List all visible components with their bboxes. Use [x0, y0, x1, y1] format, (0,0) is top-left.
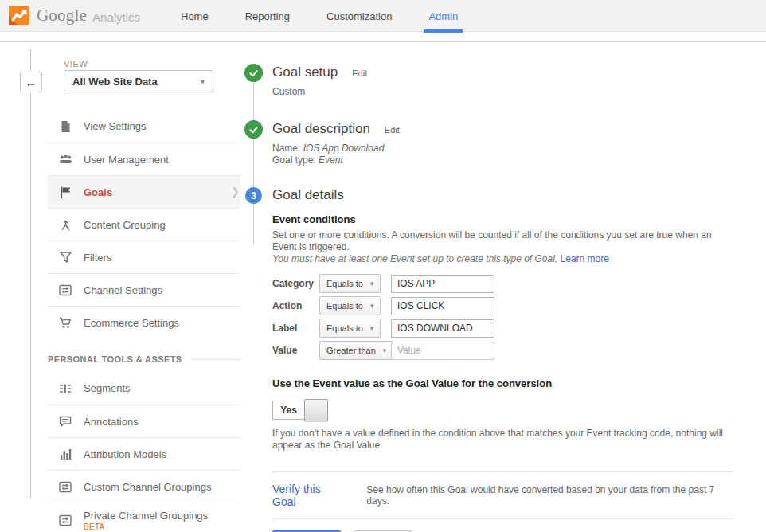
app-header: Google Analytics Home Reporting Customiz… [0, 0, 766, 32]
condition-row-category: Category Equals to▾ [272, 274, 733, 293]
goal-name-value: IOS App Download [303, 143, 385, 154]
bar-chart-icon [58, 448, 72, 460]
users-icon [58, 154, 72, 165]
sidebar-item-attribution-models[interactable]: Attribution Models [48, 437, 240, 470]
sidebar-item-annotations[interactable]: Annotations [48, 405, 240, 437]
chevron-down-icon: ▾ [201, 77, 205, 86]
sidebar-divider-line [30, 49, 31, 498]
sidebar-item-goals[interactable]: Goals ❯ [48, 175, 240, 208]
step-goal-setup: Goal setup Edit Custom [244, 65, 734, 98]
step-title-goal-setup: Goal setup [272, 65, 338, 80]
verify-goal-row: Verify this Goal See how often this Goal… [272, 471, 733, 519]
chevron-down-icon: ▾ [370, 302, 374, 310]
category-value-input[interactable] [391, 275, 494, 293]
verify-goal-description: See how often this Goal would have conve… [366, 484, 733, 507]
event-value-toggle[interactable]: Yes [272, 399, 328, 421]
verify-goal-link[interactable]: Verify this Goal [272, 483, 346, 508]
label-value-input[interactable] [391, 319, 494, 338]
event-conditions-description: Set one or more conditions. A conversion… [272, 229, 733, 253]
beta-badge: BETA [84, 522, 208, 531]
logo[interactable]: Google Analytics [9, 5, 140, 26]
chevron-down-icon: ▾ [370, 324, 374, 332]
view-selector-value: All Web Site Data [72, 76, 201, 88]
value-value-input[interactable] [391, 342, 494, 360]
chevron-down-icon: ▾ [383, 346, 387, 354]
action-operator-select[interactable]: Equals to▾ [319, 296, 381, 315]
step-goal-description: Goal description Edit Name: IOS App Down… [244, 121, 734, 166]
step-number-badge: 3 [245, 187, 262, 204]
label-operator-select[interactable]: Equals to▾ [319, 319, 381, 338]
edit-goal-setup-link[interactable]: Edit [352, 68, 367, 78]
funnel-icon [58, 252, 72, 263]
event-conditions-heading: Event conditions [272, 213, 733, 225]
step-title-goal-description: Goal description [272, 121, 370, 137]
sidebar-item-ecommerce-settings[interactable]: Ecommerce Settings [48, 306, 240, 338]
event-conditions-hint: You must have at least one Event set up … [272, 253, 733, 265]
nav-home[interactable]: Home [162, 0, 227, 32]
active-item-chevron-icon: ❯ [231, 186, 240, 198]
google-analytics-admin-page: Google Analytics Home Reporting Customiz… [0, 0, 766, 532]
channel-icon [58, 514, 72, 526]
step-complete-icon [244, 120, 263, 139]
product-name: Analytics [92, 10, 140, 24]
use-event-value-heading: Use the Event value as the Goal Value fo… [272, 377, 733, 389]
sidebar-item-filters[interactable]: Filters [48, 241, 240, 273]
view-selector[interactable]: All Web Site Data ▾ [64, 70, 213, 92]
sidebar-menu: View Settings User Management Goals ❯ [48, 110, 240, 338]
value-operator-select[interactable]: Greater than▾ [319, 341, 393, 360]
event-value-helper-text: If you don't have a value defined in the… [272, 428, 733, 452]
goal-setup-value: Custom [272, 86, 734, 98]
step-title-goal-details: Goal details [272, 187, 344, 203]
channel-icon [58, 481, 72, 493]
category-operator-select[interactable]: Equals to▾ [319, 274, 381, 293]
sidebar-item-view-settings[interactable]: View Settings [48, 110, 240, 143]
chevron-down-icon: ▾ [370, 280, 374, 288]
nav-admin[interactable]: Admin [410, 0, 476, 32]
file-icon [58, 120, 72, 133]
view-label: VIEW [64, 59, 88, 68]
primary-nav: Home Reporting Customization Admin [162, 0, 476, 32]
sidebar-item-segments[interactable]: Segments [48, 372, 240, 405]
sidebar-personal-menu: Segments Annotations Attribution Models [48, 372, 240, 532]
sidebar-item-custom-channel-groupings[interactable]: Custom Channel Groupings [48, 470, 240, 503]
channel-icon [58, 284, 72, 296]
personal-tools-section-header: PERSONAL TOOLS & ASSETS [48, 354, 240, 364]
event-conditions-grid: Category Equals to▾ Action Equals to▾ La… [272, 274, 733, 360]
nav-reporting[interactable]: Reporting [227, 0, 308, 32]
toggle-yes-label: Yes [272, 401, 304, 420]
sidebar-item-channel-settings[interactable]: Channel Settings [48, 273, 240, 306]
subheader-strip [0, 32, 766, 42]
comment-icon [58, 416, 72, 428]
flag-icon [58, 186, 72, 198]
condition-row-value: Value Greater than▾ [272, 341, 733, 360]
goal-type-value: Event [319, 155, 343, 166]
sidebar-item-content-grouping[interactable]: Content Grouping [48, 208, 240, 241]
segments-icon [58, 383, 72, 394]
learn-more-link[interactable]: Learn more [561, 253, 609, 264]
condition-row-label: Label Equals to▾ [272, 319, 733, 338]
brand-name: Google [37, 6, 87, 25]
back-button[interactable]: ← [20, 72, 42, 92]
sidebar: ← VIEW All Web Site Data ▾ View Settings [0, 42, 243, 531]
step-complete-icon [244, 64, 263, 82]
sidebar-item-user-management[interactable]: User Management [48, 143, 240, 175]
goal-editor: Goal setup Edit Custom Goal description … [243, 42, 766, 531]
goal-details-form: Event conditions Set one or more conditi… [272, 213, 733, 532]
goal-name-line: Name: IOS App Download Goal type: Event [272, 143, 734, 166]
analytics-logo-icon [9, 5, 30, 26]
condition-row-action: Action Equals to▾ [272, 296, 733, 315]
nav-customization[interactable]: Customization [308, 0, 410, 32]
branch-icon [58, 219, 72, 231]
goal-steps: Goal setup Edit Custom Goal description … [244, 65, 734, 532]
action-value-input[interactable] [391, 297, 494, 315]
toggle-knob[interactable] [304, 399, 328, 421]
edit-goal-description-link[interactable]: Edit [385, 125, 400, 135]
cart-icon [58, 317, 72, 329]
sidebar-item-private-channel-groupings[interactable]: Private Channel Groupings BETA [48, 503, 240, 532]
step-goal-details: 3 Goal details Event conditions Set one … [244, 187, 734, 532]
